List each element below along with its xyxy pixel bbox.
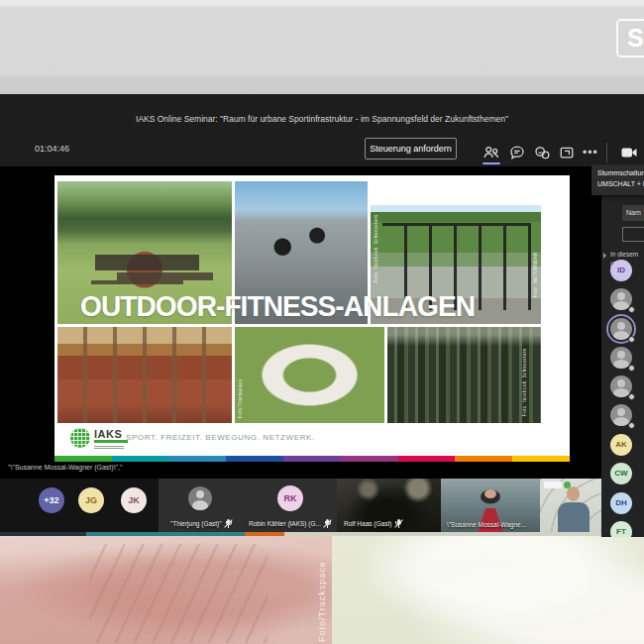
more-options-icon[interactable]: ••• — [583, 146, 598, 160]
presentation-slide: OUTDOOR-FITNESS-ANLAGEN Foto: facebook. … — [54, 175, 570, 456]
slide-motto: SPORT. FREIZEIT. BEWEGUNG. NETZWERK. — [126, 433, 315, 442]
meeting-header: IAKS Online Seminar: "Raum für urbane Sp… — [0, 94, 644, 166]
participant-row[interactable] — [610, 347, 634, 371]
presence-badge — [628, 422, 635, 429]
photo-park-equipment — [95, 255, 199, 270]
green-logo-icon — [564, 482, 571, 488]
participant-row[interactable] — [610, 404, 634, 428]
iaks-wordmark: IAKS — [94, 428, 122, 440]
breakout-rooms-icon[interactable] — [558, 144, 576, 161]
photo-credit: Foto: facebook. Schneestern — [522, 347, 527, 416]
participants-panel: Nam In diesem (39) ID — [601, 166, 644, 537]
presence-badge — [628, 336, 635, 343]
tile-man-video[interactable] — [540, 479, 605, 532]
meeting-title: IAKS Online Seminar: "Raum für urbane Sp… — [0, 114, 644, 124]
tile-thierjung[interactable]: "Thierjung (Gast)" — [159, 479, 243, 532]
overflow-count-avatar[interactable]: +32 — [39, 487, 64, 513]
iaks-logo-underline — [94, 440, 128, 443]
avatar-jk[interactable]: JK — [121, 487, 147, 513]
participant-row[interactable] — [610, 376, 634, 399]
participant-search-input[interactable]: Nam — [622, 205, 644, 221]
presence-badge — [628, 393, 635, 400]
video-person-red-jacket — [471, 508, 510, 532]
meeting-timer: 01:04:46 — [35, 144, 69, 154]
tile-name: Rolf Haas (Gast) — [344, 520, 391, 527]
participant-row[interactable]: DH — [610, 492, 634, 516]
participant-avatar: DH — [610, 492, 632, 514]
participant-avatar: CW — [610, 463, 632, 484]
tile-susanne-video[interactable]: \"Susanne Mossal-Wagne... — [441, 479, 540, 532]
toolbar-divider — [606, 143, 607, 162]
background-photo-pumptrack — [332, 536, 644, 644]
tree-shadow-texture — [89, 544, 268, 643]
chat-icon[interactable] — [508, 144, 526, 161]
presence-badge — [628, 306, 635, 313]
slide-photo-pumptrack-aerial — [235, 327, 384, 423]
participant-row[interactable]: ID — [610, 260, 634, 283]
rainbow-segment — [226, 456, 283, 462]
mic-muted-icon — [324, 519, 332, 528]
iaks-logo-icon — [70, 428, 90, 448]
tile-name: \"Susanne Mossal-Wagne... — [447, 521, 526, 528]
active-speaker-caption: "\"Susanne Mossal-Wagner (Gast)\"," — [8, 464, 123, 471]
participants-filmstrip: +32 JG JK "Thierjung (Gast)" RK Robin Kä… — [0, 479, 644, 532]
tile-robin-kaehler[interactable]: RK Robin Kähler (IAKS) (G... — [243, 479, 337, 532]
rainbow-segment — [112, 456, 169, 462]
participant-avatar: AK — [610, 434, 632, 456]
slide-title: OUTDOOR-FITNESS-ANLAGEN — [80, 290, 532, 323]
photo-credit: Foto: dieTURNBAR — [533, 223, 538, 297]
participants-active-underline — [483, 162, 500, 164]
rainbow-segment — [54, 456, 112, 462]
rainbow-segment — [341, 456, 398, 462]
avatar-rk: RK — [277, 485, 303, 511]
mic-muted-icon — [225, 519, 233, 528]
participant-row[interactable]: CW — [610, 463, 634, 486]
slide-rainbow-bar — [54, 456, 570, 462]
rainbow-segment — [169, 456, 227, 462]
video-person-body — [558, 502, 590, 532]
participant-avatar: FT — [610, 521, 632, 537]
background-window-top: S — [0, 0, 644, 94]
video-person-face — [484, 489, 496, 498]
participant-avatar: ID — [610, 260, 632, 281]
background-s-button[interactable]: S — [616, 19, 644, 57]
participant-search-field[interactable] — [622, 227, 644, 242]
teams-meeting-window: IAKS Online Seminar: "Raum für urbane Sp… — [0, 94, 644, 532]
iaks-logo-subtext — [94, 445, 124, 449]
tile-name: "Thierjung (Gast)" — [170, 520, 222, 527]
tile-rolf-haas-video[interactable]: Rolf Haas (Gast) — [337, 479, 441, 532]
rainbow-segment — [455, 456, 512, 462]
photo-credit: Foto: facebook. Schneestern — [374, 213, 378, 282]
photo-credit: Foto/Trackspace — [238, 357, 243, 418]
tooltip-line2: UMSCHALT + M — [597, 178, 644, 189]
mic-muted-icon — [394, 519, 402, 528]
reactions-icon[interactable] — [533, 144, 551, 161]
participant-row[interactable] — [610, 288, 634, 312]
participant-row[interactable]: AK — [610, 434, 634, 458]
tooltip-line1: Stummschaltung — [597, 167, 644, 178]
request-control-button[interactable]: Steuerung anfordern — [365, 138, 457, 160]
camera-icon[interactable] — [620, 144, 638, 161]
rainbow-segment — [283, 456, 341, 462]
participant-row-speaking[interactable] — [610, 318, 634, 342]
rainbow-segment — [398, 456, 456, 462]
background-photo-credit: Foto/Trackspace — [317, 543, 327, 642]
background-photo-red-area — [0, 536, 332, 644]
presence-badge — [628, 365, 635, 372]
tile-name: Robin Kähler (IAKS) (G... — [249, 520, 321, 527]
avatar-jg[interactable]: JG — [78, 487, 104, 513]
slide-photo-fitness-area — [57, 327, 232, 423]
rainbow-segment — [512, 456, 570, 462]
section-label: In diesem — [610, 250, 638, 260]
screen: S IAKS Online Seminar: "Raum für urbane … — [0, 0, 644, 644]
slide-photo-forest-trail — [387, 327, 541, 423]
participant-row[interactable]: FT — [610, 521, 634, 537]
video-person-face — [567, 486, 580, 501]
participants-icon[interactable] — [483, 144, 500, 161]
person-avatar-icon — [188, 486, 212, 510]
iaks-watermark — [544, 482, 562, 488]
mute-tooltip: Stummschaltung UMSCHALT + M — [591, 164, 644, 195]
section-collapse-caret[interactable] — [603, 253, 606, 259]
